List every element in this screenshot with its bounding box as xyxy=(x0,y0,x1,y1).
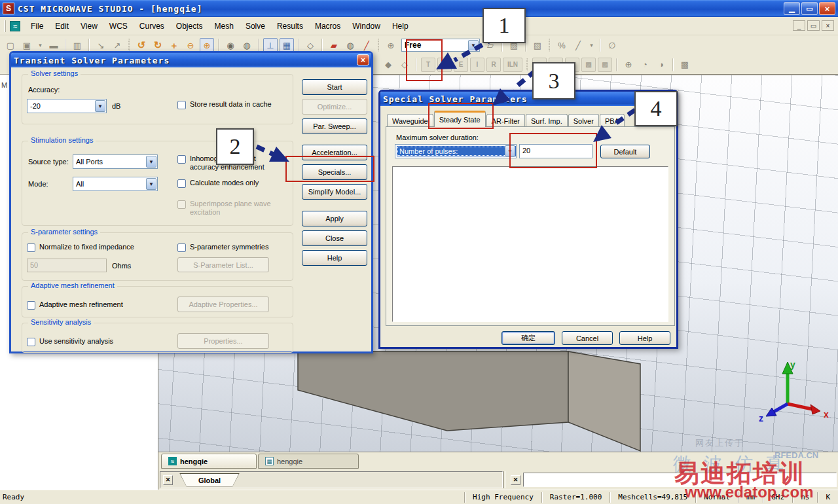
menu-item[interactable]: Results xyxy=(272,20,308,33)
menu-item[interactable]: Macros xyxy=(310,20,346,33)
farfield-cut-icon[interactable]: ◔ xyxy=(638,58,652,72)
template-icon[interactable]: ▧ xyxy=(530,38,545,52)
iln-solver-icon[interactable]: ILN xyxy=(503,58,522,72)
close-button[interactable]: Close xyxy=(302,230,367,246)
cancel-button[interactable]: Cancel xyxy=(562,331,613,345)
menu-item[interactable]: Solve xyxy=(240,20,270,33)
menu-item[interactable]: Help xyxy=(387,20,414,33)
menu-item[interactable]: File xyxy=(26,20,48,33)
tab-waveguide[interactable]: Waveguide xyxy=(387,114,433,128)
tab-pba[interactable]: PBA xyxy=(600,114,625,128)
menu-item[interactable]: View xyxy=(75,20,103,33)
help-button[interactable]: Help xyxy=(302,250,367,266)
close-button[interactable]: × xyxy=(819,2,835,15)
source-type-combo[interactable]: All Ports ▼ xyxy=(73,154,158,169)
normalize-impedance-checkbox[interactable] xyxy=(27,243,35,252)
start-button[interactable]: Start xyxy=(302,79,367,95)
close-parameter-band-button[interactable]: ✕ xyxy=(163,475,173,485)
render-mode-icon[interactable]: ◍ xyxy=(240,38,254,52)
chevron-down-icon[interactable]: ▼ xyxy=(146,178,156,190)
mdi-restore-button[interactable]: ▭ xyxy=(807,20,820,31)
rotate-view-icon[interactable]: ↺ xyxy=(134,38,149,52)
adaptive-properties-button[interactable]: Adaptive Properties... xyxy=(177,297,269,312)
message-input[interactable] xyxy=(523,473,837,487)
copy-icon[interactable]: ▥ xyxy=(70,38,84,52)
optimize-button[interactable]: Optimize... xyxy=(302,99,367,115)
select-tool-icon[interactable]: ◆ xyxy=(381,58,395,72)
new-file-icon[interactable]: ▢ xyxy=(3,38,18,52)
default-button[interactable]: Default xyxy=(600,145,650,158)
tab-schematic-hengqie[interactable]: ▦ hengqie xyxy=(258,454,359,469)
farfield-3d-icon[interactable]: ◑ xyxy=(654,58,668,72)
sparameter-list-button[interactable]: S-Parameter List... xyxy=(177,257,269,272)
sensitivity-properties-button[interactable]: Properties... xyxy=(177,333,269,349)
dialog-titlebar[interactable]: Transient Solver Parameters × xyxy=(11,53,371,67)
axes-toggle-icon[interactable]: ⊥ xyxy=(263,38,278,52)
sparam-symmetries-checkbox[interactable] xyxy=(177,243,186,252)
result-export-icon[interactable]: ▧ xyxy=(581,58,596,72)
isometric-view-icon[interactable]: ◉ xyxy=(223,38,238,52)
dialog-titlebar[interactable]: Special Solver Parameters × xyxy=(380,92,676,106)
export-icon[interactable]: ↗ xyxy=(110,38,124,52)
eigenmode-solver-icon[interactable]: E xyxy=(454,58,468,72)
menu-item[interactable]: Edit xyxy=(50,20,74,33)
measure-line-icon[interactable]: ╱ xyxy=(571,38,585,52)
tab-global[interactable]: Global xyxy=(179,473,240,487)
zoom-out-icon[interactable]: ⊖ xyxy=(183,38,198,52)
open-dropdown-icon[interactable]: ▾ xyxy=(36,38,45,52)
duration-type-combo[interactable]: Number of pulses: ▼ xyxy=(395,144,517,158)
help-button[interactable]: Help xyxy=(619,331,670,345)
cut-plane-icon[interactable]: % xyxy=(555,38,569,52)
menu-item[interactable]: Objects xyxy=(171,20,208,33)
import-icon[interactable]: ↘ xyxy=(94,38,108,52)
menu-item[interactable]: Window xyxy=(347,20,386,33)
tab-surf-imp[interactable]: Surf. Imp. xyxy=(526,114,568,128)
menu-item[interactable]: WCS xyxy=(104,20,133,33)
perspective-view-icon[interactable]: ◇ xyxy=(303,38,318,52)
mdi-close-button[interactable]: × xyxy=(822,20,834,31)
chevron-down-icon[interactable]: ▼ xyxy=(146,156,156,168)
accuracy-combo[interactable]: -20 ▼ xyxy=(27,99,107,113)
menu-item[interactable]: Mesh xyxy=(210,20,239,33)
close-message-band-button[interactable]: ✕ xyxy=(511,475,520,485)
brick-tool-icon[interactable]: ▰ xyxy=(327,38,341,52)
mdi-minimize-button[interactable]: _ xyxy=(793,20,805,31)
zoom-window-icon[interactable]: ⊕ xyxy=(200,38,214,52)
mode-combo[interactable]: All ▼ xyxy=(73,177,158,191)
curve-tool-icon[interactable]: ╱ xyxy=(359,38,374,52)
grid-toggle-icon[interactable]: ▦ xyxy=(280,38,294,52)
open-file-icon[interactable]: ▣ xyxy=(20,38,34,52)
par-sweep-button[interactable]: Par. Sweep... xyxy=(302,118,367,134)
mesh-properties-icon[interactable]: ▩ xyxy=(678,58,692,72)
impedance-input[interactable]: 50 xyxy=(27,259,107,272)
tab-solver[interactable]: Solver xyxy=(568,114,599,128)
apply-button[interactable]: Apply xyxy=(302,211,367,226)
chevron-down-icon[interactable]: ▼ xyxy=(95,100,105,112)
pan-view-icon[interactable]: + xyxy=(167,38,181,52)
sensitivity-checkbox[interactable] xyxy=(27,338,35,346)
restore-button[interactable]: ▭ xyxy=(801,2,818,15)
disable-tool-icon[interactable]: ∅ xyxy=(605,38,619,52)
separator xyxy=(298,39,299,52)
integral-solver-icon[interactable]: I xyxy=(470,58,484,72)
farfield-icon[interactable]: ⊕ xyxy=(621,58,636,72)
close-icon[interactable]: × xyxy=(357,54,369,65)
spin-view-icon[interactable]: ↻ xyxy=(151,38,165,52)
workplane-icon[interactable]: ⊕ xyxy=(384,38,398,52)
minimize-button[interactable]: ▁ xyxy=(784,2,800,15)
superimpose-plane-wave-checkbox[interactable] xyxy=(177,200,186,209)
simplify-model-button[interactable]: Simplify Model... xyxy=(302,184,367,200)
store-cache-checkbox[interactable] xyxy=(177,101,186,109)
menu-item[interactable]: Curves xyxy=(134,20,170,33)
inhomogeneous-accuracy-checkbox[interactable] xyxy=(177,155,186,164)
save-icon[interactable]: ▬ xyxy=(46,38,61,52)
tab-model-hengqie[interactable]: ≈ hengqie xyxy=(161,454,257,469)
ok-button[interactable]: 确定 xyxy=(501,331,555,345)
material-tool-icon[interactable]: ◍ xyxy=(343,38,357,52)
result-import-icon[interactable]: ▨ xyxy=(598,58,612,72)
measure-dropdown-icon[interactable]: ▾ xyxy=(587,38,596,52)
adaptive-mesh-checkbox[interactable] xyxy=(27,301,35,310)
calculate-modes-checkbox[interactable] xyxy=(177,179,186,188)
resonant-solver-icon[interactable]: R xyxy=(486,58,501,72)
chevron-down-icon[interactable]: ▼ xyxy=(468,40,479,50)
